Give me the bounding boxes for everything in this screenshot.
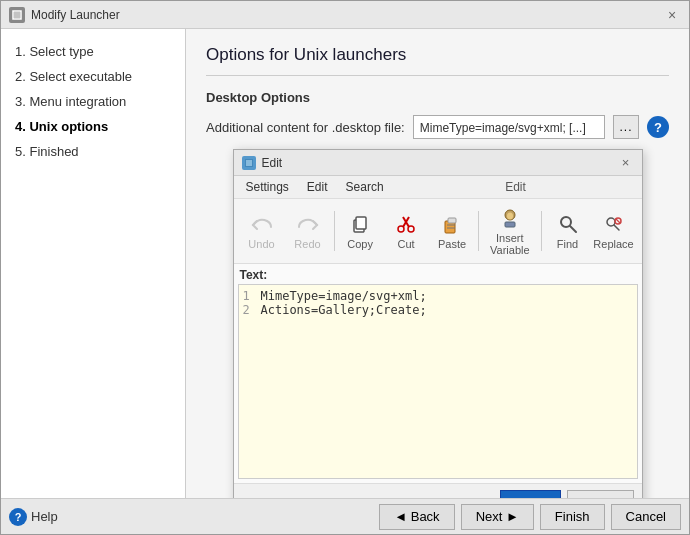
cut-label: Cut xyxy=(398,238,415,250)
undo-icon xyxy=(250,212,274,236)
window-icon xyxy=(9,7,25,23)
code-line-1: 1 MimeType=image/svg+xml; xyxy=(243,289,633,303)
section-divider xyxy=(206,75,669,76)
text-area-container: Text: 1 MimeType=image/svg+xml; 2 Action… xyxy=(234,264,642,483)
paste-icon xyxy=(440,212,464,236)
svg-point-7 xyxy=(408,226,414,232)
close-button[interactable]: × xyxy=(663,6,681,24)
menu-settings[interactable]: Settings xyxy=(238,178,297,196)
inner-window-title: Edit xyxy=(262,156,283,170)
help-button[interactable]: ? Help xyxy=(9,508,58,526)
menu-edit[interactable]: Edit xyxy=(299,178,336,196)
paste-label: Paste xyxy=(438,238,466,250)
find-label: Find xyxy=(557,238,578,250)
main-window: Modify Launcher × 1. Select type 2. Sele… xyxy=(0,0,690,535)
svg-line-20 xyxy=(616,219,620,223)
find-button[interactable]: Find xyxy=(546,209,590,253)
undo-button[interactable]: Undo xyxy=(240,209,284,253)
footer-bar: ? Help ◄ Back Next ► Finish Cancel xyxy=(1,498,689,534)
find-icon xyxy=(556,212,580,236)
undo-label: Undo xyxy=(248,238,274,250)
toolbar: Undo Redo xyxy=(234,199,642,264)
dots-button[interactable]: ... xyxy=(613,115,639,139)
paste-button[interactable]: Paste xyxy=(430,209,474,253)
window-title: Modify Launcher xyxy=(31,8,120,22)
insert-variable-label: Insert Variable xyxy=(489,232,531,256)
toolbar-separator-1 xyxy=(334,211,335,251)
toolbar-separator-2 xyxy=(478,211,479,251)
sidebar-item-menu-integration[interactable]: 3. Menu integration xyxy=(11,91,175,112)
back-button[interactable]: ◄ Back xyxy=(379,504,454,530)
sidebar-item-select-executable[interactable]: 2. Select executable xyxy=(11,66,175,87)
replace-icon xyxy=(602,212,626,236)
svg-rect-14 xyxy=(505,222,515,227)
sidebar-item-select-type[interactable]: 1. Select type xyxy=(11,41,175,62)
svg-rect-5 xyxy=(356,217,366,229)
line-num-2: 2 xyxy=(243,303,255,317)
footer-help-icon: ? xyxy=(9,508,27,526)
field-label: Additional content for .desktop file: xyxy=(206,120,405,135)
inner-dialog-footer: OK Cancel xyxy=(234,483,642,498)
line-num-1: 1 xyxy=(243,289,255,303)
field-value[interactable]: MimeType=image/svg+xml; [...] xyxy=(413,115,605,139)
page-title: Options for Unix launchers xyxy=(206,45,669,65)
redo-button[interactable]: Redo xyxy=(286,209,330,253)
replace-label: Replace xyxy=(593,238,633,250)
svg-line-18 xyxy=(614,225,619,230)
footer-cancel-button[interactable]: Cancel xyxy=(611,504,681,530)
cut-icon xyxy=(394,212,418,236)
main-content: 1. Select type 2. Select executable 3. M… xyxy=(1,29,689,498)
text-label: Text: xyxy=(238,268,638,282)
inner-cancel-button[interactable]: Cancel xyxy=(567,490,633,498)
finish-button[interactable]: Finish xyxy=(540,504,605,530)
cut-button[interactable]: Cut xyxy=(384,209,428,253)
svg-rect-9 xyxy=(448,218,456,223)
help-label: Help xyxy=(31,509,58,524)
sidebar: 1. Select type 2. Select executable 3. M… xyxy=(1,29,186,498)
insert-variable-icon xyxy=(498,206,522,230)
sidebar-item-unix-options[interactable]: 4. Unix options xyxy=(11,116,175,137)
inner-window-icon xyxy=(242,156,256,170)
svg-point-13 xyxy=(507,213,513,220)
copy-icon xyxy=(348,212,372,236)
inner-menubar: Settings Edit Search Edit xyxy=(234,176,642,199)
sidebar-item-finished[interactable]: 5. Finished xyxy=(11,141,175,162)
section-label: Desktop Options xyxy=(206,90,669,105)
svg-line-16 xyxy=(570,226,576,232)
ok-button[interactable]: OK xyxy=(500,490,561,498)
menu-search[interactable]: Search xyxy=(338,178,392,196)
toolbar-separator-3 xyxy=(541,211,542,251)
inner-dialog: Edit × Settings Edit Search Edit xyxy=(233,149,643,498)
menu-center-title: Edit xyxy=(394,180,638,194)
insert-variable-button[interactable]: Insert Variable xyxy=(483,203,537,259)
copy-label: Copy xyxy=(347,238,373,250)
code-line-2: 2 Actions=Gallery;Create; xyxy=(243,303,633,317)
replace-button[interactable]: Replace xyxy=(592,209,636,253)
content-area: Options for Unix launchers Desktop Optio… xyxy=(186,29,689,498)
line-code-2: Actions=Gallery;Create; xyxy=(261,303,427,317)
title-bar: Modify Launcher × xyxy=(1,1,689,29)
svg-rect-3 xyxy=(246,160,252,166)
line-code-1: MimeType=image/svg+xml; xyxy=(261,289,427,303)
inner-title-bar: Edit × xyxy=(234,150,642,176)
inner-close-button[interactable]: × xyxy=(618,155,634,171)
copy-button[interactable]: Copy xyxy=(338,209,382,253)
next-button[interactable]: Next ► xyxy=(461,504,534,530)
redo-icon xyxy=(296,212,320,236)
code-editor[interactable]: 1 MimeType=image/svg+xml; 2 Actions=Gall… xyxy=(238,284,638,479)
svg-point-6 xyxy=(398,226,404,232)
help-icon[interactable]: ? xyxy=(647,116,669,138)
svg-rect-1 xyxy=(14,12,20,18)
desktop-options-row: Additional content for .desktop file: Mi… xyxy=(206,115,669,139)
redo-label: Redo xyxy=(294,238,320,250)
